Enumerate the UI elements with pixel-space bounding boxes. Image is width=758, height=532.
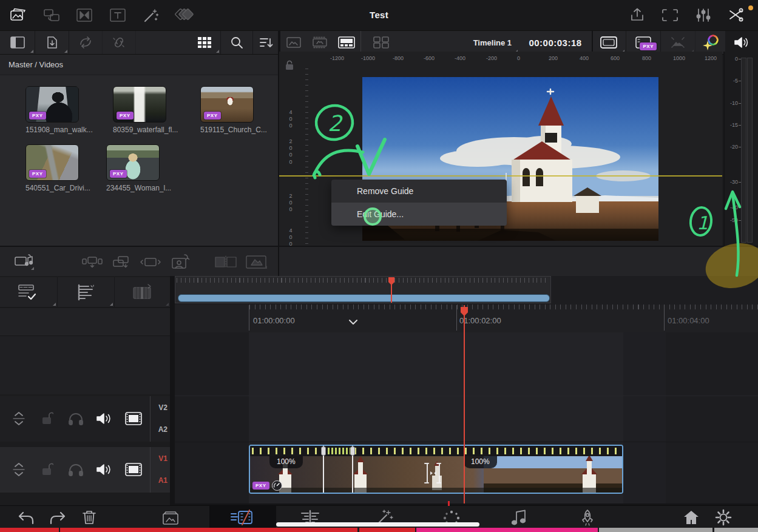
viewer-mode-filmstrip-button[interactable] [307, 31, 333, 54]
media-clip-waterfall[interactable]: PXY [113, 86, 166, 123]
menu-item-remove-guide[interactable]: Remove Guide [331, 180, 507, 203]
timeline-options-button[interactable] [0, 277, 58, 307]
fullscreen-button[interactable] [661, 7, 679, 23]
ripple-overwrite-button[interactable] [140, 254, 161, 270]
clip-speed-label[interactable]: 100% [269, 456, 303, 468]
breadcrumb[interactable]: Master / Videos [8, 60, 63, 69]
multicam-view-button[interactable] [361, 31, 401, 54]
top-toolbar: Test [0, 0, 758, 30]
track-header-v2a2: V2 A2 [0, 396, 175, 442]
redo-button[interactable] [49, 511, 67, 525]
clip-speed-gauge [272, 480, 282, 491]
hruler-number: 800 [642, 55, 651, 61]
track-enable-button[interactable] [124, 462, 143, 477]
cut-page-button[interactable] [229, 510, 254, 525]
audio-clip-tools-button[interactable] [13, 253, 35, 271]
viewer-mode-source-button[interactable] [280, 31, 307, 54]
guides-lock-button[interactable] [283, 58, 296, 72]
media-clip-church[interactable]: PXY [200, 86, 254, 123]
append-clip-button[interactable] [110, 254, 132, 270]
rocket-icon [578, 508, 597, 527]
home-indicator[interactable] [276, 522, 479, 527]
home-button[interactable] [682, 510, 700, 525]
audio-track-label[interactable]: A2 [158, 425, 168, 434]
unlink-button[interactable] [103, 31, 136, 54]
enhance-image-icon [670, 36, 686, 49]
video-progress-segment[interactable] [359, 528, 415, 532]
track-resize-button[interactable] [11, 411, 27, 426]
timeline-minimap[interactable] [175, 276, 551, 303]
speed-change-handle[interactable] [352, 446, 353, 493]
ruler-collapse-button[interactable] [347, 318, 359, 326]
track-solo-button[interactable] [68, 462, 84, 477]
media-clip-car-driving[interactable]: PXY [25, 144, 79, 181]
viewer-mode-tape-button[interactable] [333, 31, 361, 54]
clip-detail-view-button[interactable] [114, 277, 170, 307]
transition-button[interactable] [214, 254, 238, 270]
video-track-label-active[interactable]: V1 [158, 454, 168, 463]
timeline-selector[interactable]: Timeline 1 [401, 31, 519, 54]
clip-speed-label[interactable]: 100% [464, 456, 497, 468]
proxy-toggle-button[interactable]: PXY [626, 31, 661, 54]
horizontal-guide-line[interactable] [279, 175, 722, 177]
headphones-icon [69, 412, 83, 425]
audio-track-label-active[interactable]: A1 [158, 476, 168, 485]
video-progress-segment[interactable] [599, 528, 712, 532]
delete-button[interactable] [81, 510, 98, 525]
video-progress-segment[interactable] [714, 528, 758, 532]
video-progress-segment[interactable] [60, 528, 357, 532]
audio-monitor-button[interactable] [725, 31, 758, 54]
scissors-brush-icon [728, 7, 745, 23]
proxy-badge: PXY [640, 42, 657, 50]
search-icon [230, 36, 243, 49]
trash-icon [83, 510, 96, 525]
track-mute-button[interactable] [96, 411, 113, 426]
settings-button[interactable] [714, 509, 733, 526]
meter-db-label: 0 [726, 56, 738, 62]
timeline-scrollbar[interactable] [178, 294, 550, 302]
playhead-marker[interactable] [460, 306, 469, 317]
place-on-top-button[interactable] [169, 253, 192, 271]
media-clip-woman[interactable]: PXY [106, 144, 160, 181]
media-page-button[interactable] [161, 510, 180, 525]
sort-button[interactable] [253, 31, 280, 54]
sync-clips-button[interactable] [69, 31, 103, 54]
color-magic-button[interactable] [695, 31, 726, 54]
panel-toggle-button[interactable] [0, 31, 35, 54]
viewer-vertical-ruler[interactable] [301, 69, 308, 246]
menu-item-edit-guide[interactable]: Edit Guide... [331, 203, 507, 226]
quick-tools-button[interactable] [727, 7, 745, 24]
deliver-page-button[interactable] [577, 508, 598, 527]
video-progress-segment[interactable] [416, 528, 598, 532]
timeline-playhead[interactable] [464, 305, 465, 503]
timeline-clip-church[interactable]: 100% 100% PXY [249, 445, 623, 494]
search-button[interactable] [221, 31, 253, 54]
resize-track-icon [12, 462, 25, 477]
track-solo-button[interactable] [68, 411, 84, 426]
stabilize-button[interactable] [661, 31, 695, 54]
track-enable-button[interactable] [124, 411, 143, 426]
trim-tools-toolbar [0, 308, 175, 336]
speed-change-handle[interactable] [323, 446, 324, 493]
media-clip-man-walking[interactable]: PXY [25, 86, 79, 123]
track-lock-button[interactable] [40, 411, 55, 426]
track-levels-button[interactable] [57, 277, 115, 307]
export-button[interactable] [628, 7, 646, 24]
video-track-label[interactable]: V2 [158, 403, 168, 412]
mixer-button[interactable] [694, 7, 712, 24]
smart-insert-button[interactable] [81, 254, 103, 270]
fairlight-page-button[interactable] [510, 509, 529, 526]
speaker-icon [96, 412, 112, 425]
effects-overlay-button[interactable] [244, 254, 268, 270]
grid-view-button[interactable] [188, 31, 221, 54]
track-lock-button[interactable] [40, 462, 55, 477]
undo-button[interactable] [17, 511, 35, 525]
viewer-fullscreen-button[interactable] [592, 31, 626, 54]
track-resize-button[interactable] [11, 462, 27, 477]
smart-insert-icon [82, 255, 103, 269]
video-progress-segment[interactable] [0, 528, 59, 532]
file-import-icon [46, 36, 59, 49]
import-media-button[interactable] [35, 31, 69, 54]
film-frame-icon [125, 412, 142, 425]
track-mute-button[interactable] [96, 462, 113, 477]
